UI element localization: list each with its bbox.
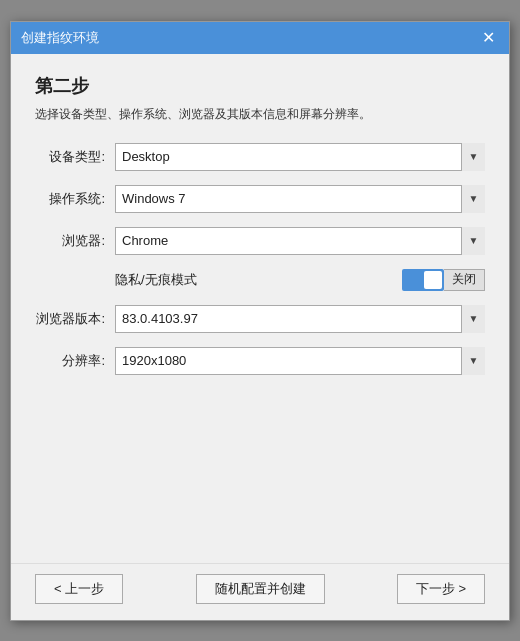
device-type-label: 设备类型: bbox=[35, 148, 115, 166]
resolution-select[interactable]: 1920x1080 bbox=[115, 347, 485, 375]
dialog-footer: < 上一步 随机配置并创建 下一步 > bbox=[11, 563, 509, 620]
resolution-row: 分辨率: 1920x1080 ▼ bbox=[35, 347, 485, 375]
browser-row: 浏览器: Chrome ▼ bbox=[35, 227, 485, 255]
privacy-toggle-track[interactable] bbox=[402, 269, 444, 291]
browser-label: 浏览器: bbox=[35, 232, 115, 250]
browser-version-label: 浏览器版本: bbox=[35, 310, 115, 328]
browser-select[interactable]: Chrome bbox=[115, 227, 485, 255]
step-description: 选择设备类型、操作系统、浏览器及其版本信息和屏幕分辨率。 bbox=[35, 106, 485, 123]
os-row: 操作系统: Windows 7 ▼ bbox=[35, 185, 485, 213]
back-button[interactable]: < 上一步 bbox=[35, 574, 123, 604]
dialog-title: 创建指纹环境 bbox=[21, 29, 99, 47]
dialog: 创建指纹环境 ✕ 第二步 选择设备类型、操作系统、浏览器及其版本信息和屏幕分辨率… bbox=[10, 21, 510, 621]
os-label: 操作系统: bbox=[35, 190, 115, 208]
os-control: Windows 7 ▼ bbox=[115, 185, 485, 213]
browser-control: Chrome ▼ bbox=[115, 227, 485, 255]
form-area: 设备类型: Desktop ▼ 操作系统: Windows 7 ▼ bbox=[35, 143, 485, 547]
browser-version-select[interactable]: 83.0.4103.97 bbox=[115, 305, 485, 333]
device-type-select[interactable]: Desktop bbox=[115, 143, 485, 171]
device-type-row: 设备类型: Desktop ▼ bbox=[35, 143, 485, 171]
close-button[interactable]: ✕ bbox=[478, 28, 499, 48]
privacy-row: 隐私/无痕模式 关闭 bbox=[115, 269, 485, 291]
resolution-label: 分辨率: bbox=[35, 352, 115, 370]
os-select[interactable]: Windows 7 bbox=[115, 185, 485, 213]
device-type-control: Desktop ▼ bbox=[115, 143, 485, 171]
resolution-control: 1920x1080 ▼ bbox=[115, 347, 485, 375]
browser-version-row: 浏览器版本: 83.0.4103.97 ▼ bbox=[35, 305, 485, 333]
privacy-label: 隐私/无痕模式 bbox=[115, 271, 402, 289]
privacy-toggle-text: 关闭 bbox=[444, 269, 485, 291]
dialog-body: 第二步 选择设备类型、操作系统、浏览器及其版本信息和屏幕分辨率。 设备类型: D… bbox=[11, 54, 509, 563]
privacy-toggle-wrap[interactable]: 关闭 bbox=[402, 269, 485, 291]
next-button[interactable]: 下一步 > bbox=[397, 574, 485, 604]
privacy-toggle-thumb bbox=[424, 271, 442, 289]
random-create-button[interactable]: 随机配置并创建 bbox=[196, 574, 325, 604]
title-bar: 创建指纹环境 ✕ bbox=[11, 22, 509, 54]
browser-version-control: 83.0.4103.97 ▼ bbox=[115, 305, 485, 333]
step-title: 第二步 bbox=[35, 74, 485, 98]
